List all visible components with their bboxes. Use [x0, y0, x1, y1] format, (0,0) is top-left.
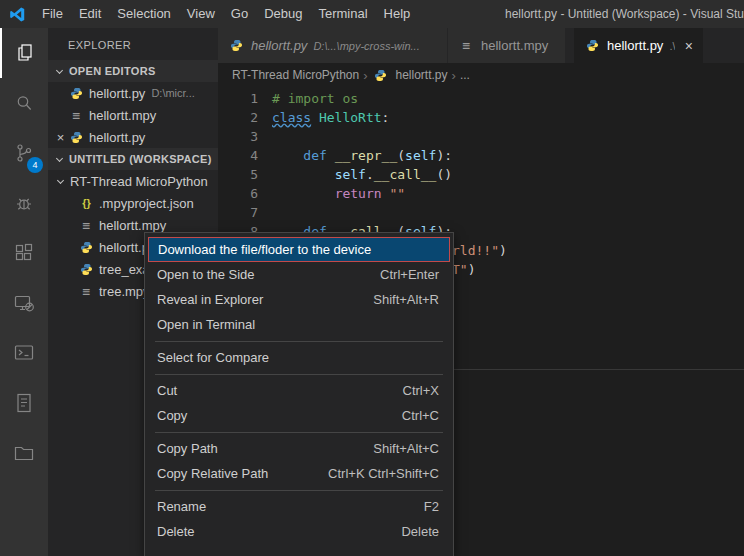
device-monitor-icon[interactable] — [0, 278, 48, 328]
file-name: hellortt.mpy — [99, 218, 166, 233]
context-menu-item[interactable]: Select for Compare — [145, 345, 453, 370]
python-file-icon — [78, 263, 95, 276]
folder-icon[interactable] — [0, 428, 48, 478]
context-menu-item[interactable]: Copy PathShift+Alt+C — [145, 436, 453, 461]
breadcrumb: RT-Thread MicroPython›hellortt.py›... — [218, 63, 744, 87]
context-menu-item[interactable]: RenameF2 — [145, 494, 453, 519]
menu-item-label: Copy — [157, 408, 187, 423]
code-line[interactable]: 3 — [218, 127, 744, 146]
breadcrumb-separator-icon: › — [448, 68, 460, 83]
menubar-item-file[interactable]: File — [34, 0, 71, 28]
code-line[interactable]: 4 def __repr__(self): — [218, 146, 744, 165]
title-bar: FileEditSelectionViewGoDebugTerminalHelp… — [0, 0, 744, 28]
code-line[interactable]: 2class HelloRtt: — [218, 108, 744, 127]
code-text: # import os — [258, 89, 358, 108]
open-editor-item[interactable]: ×hellortt.py — [48, 126, 218, 148]
menu-item-label: Download the file/floder to the device — [158, 242, 371, 257]
output-document-icon[interactable] — [0, 378, 48, 428]
source-control-icon[interactable]: 4 — [0, 128, 48, 178]
editor-tab[interactable]: ≡hellortt.mpy — [448, 28, 566, 63]
terminal-panel-icon[interactable] — [0, 328, 48, 378]
window-title: hellortt.py - Untitled (Workspace) - Vis… — [497, 7, 744, 21]
code-line[interactable]: 7 — [218, 203, 744, 222]
menu-item-shortcut: Ctrl+C — [402, 408, 439, 423]
extensions-icon[interactable] — [0, 228, 48, 278]
tab-close-icon[interactable]: × — [685, 38, 693, 54]
context-menu-item[interactable]: Open in Terminal — [145, 312, 453, 337]
menubar-item-help[interactable]: Help — [376, 0, 419, 28]
breadcrumb-label: ... — [460, 68, 470, 82]
context-menu-separator — [155, 490, 443, 491]
debug-icon[interactable] — [0, 178, 48, 228]
python-file-icon — [228, 39, 245, 52]
breadcrumb-label: RT-Thread MicroPython — [232, 68, 359, 82]
tab-label: hellortt.mpy — [481, 38, 548, 53]
code-text: class HelloRtt: — [258, 108, 389, 127]
code-line[interactable]: 6 return "" — [218, 184, 744, 203]
code-line[interactable]: 1# import os — [218, 89, 744, 108]
tab-bar: hellortt.pyD:\...\mpy-cross-win...≡hello… — [218, 28, 744, 63]
file-name: hellortt.mpy — [89, 108, 156, 123]
workspace-header[interactable]: UNTITLED (WORKSPACE) — [48, 148, 218, 170]
menubar-item-edit[interactable]: Edit — [71, 0, 109, 28]
python-file-icon — [584, 39, 601, 52]
chevron-down-icon — [57, 176, 64, 183]
menu-item-label: Open to the Side — [157, 267, 255, 282]
search-icon[interactable] — [0, 78, 48, 128]
python-file-icon — [78, 241, 95, 254]
context-menu-item[interactable]: DeleteDelete — [145, 519, 453, 544]
vscode-logo-icon — [9, 6, 26, 23]
context-menu-separator — [155, 341, 443, 342]
line-number: 2 — [218, 108, 258, 127]
menubar-item-terminal[interactable]: Terminal — [310, 0, 375, 28]
context-menu-item[interactable]: Copy Relative PathCtrl+K Ctrl+Shift+C — [145, 461, 453, 486]
file-name: hellortt.py — [89, 130, 145, 145]
breadcrumb-item[interactable]: RT-Thread MicroPython — [232, 68, 359, 82]
context-menu-item[interactable]: CutCtrl+X — [145, 378, 453, 403]
breadcrumb-separator-icon: › — [359, 68, 371, 83]
folder-rt-thread-micropython[interactable]: RT-Thread MicroPython — [48, 170, 218, 192]
breadcrumb-item[interactable]: hellortt.py — [372, 68, 448, 82]
menubar-item-selection[interactable]: Selection — [109, 0, 178, 28]
code-text — [258, 127, 272, 146]
close-icon[interactable]: × — [53, 130, 68, 145]
tree-item[interactable]: {}.mpyproject.json — [48, 192, 218, 214]
open-editor-item[interactable]: hellortt.pyD:\micr... — [48, 82, 218, 104]
line-number: 4 — [218, 146, 258, 165]
menu-item-label: Copy Relative Path — [157, 466, 268, 481]
python-file-icon — [68, 87, 85, 100]
line-number: 6 — [218, 184, 258, 203]
menubar-item-view[interactable]: View — [179, 0, 223, 28]
menu-item-label: Cut — [157, 383, 177, 398]
open-editors-header[interactable]: OPEN EDITORS — [48, 60, 218, 82]
mpy-file-icon: ≡ — [458, 38, 475, 53]
context-menu-item[interactable]: Open to the SideCtrl+Enter — [145, 262, 453, 287]
menu-item-shortcut: Delete — [401, 524, 439, 539]
menu-item-label: Delete — [157, 524, 195, 539]
context-menu-item[interactable]: Download the file/floder to the device — [148, 237, 450, 262]
line-number: 1 — [218, 89, 258, 108]
menu-item-shortcut: F2 — [424, 499, 439, 514]
menu-item-shortcut: Shift+Alt+C — [373, 441, 439, 456]
editor-tab[interactable]: hellortt.pyD:\...\mpy-cross-win... — [218, 28, 448, 63]
context-menu-separator — [155, 374, 443, 375]
context-menu-item[interactable]: Reveal in ExplorerShift+Alt+R — [145, 287, 453, 312]
explorer-icon[interactable] — [0, 28, 48, 78]
breadcrumb-item[interactable]: ... — [460, 68, 470, 82]
line-number: 7 — [218, 203, 258, 222]
menubar-item-debug[interactable]: Debug — [256, 0, 310, 28]
menu-item-shortcut: Shift+Alt+R — [373, 292, 439, 307]
tab-label: hellortt.py — [251, 38, 307, 53]
code-line[interactable]: 5 self.__call__() — [218, 165, 744, 184]
open-editor-item[interactable]: ≡hellortt.mpy — [48, 104, 218, 126]
python-file-icon — [68, 131, 85, 144]
menu-item-label: Rename — [157, 499, 206, 514]
menubar-item-go[interactable]: Go — [223, 0, 256, 28]
menu-item-shortcut: Ctrl+X — [403, 383, 439, 398]
line-number: 5 — [218, 165, 258, 184]
tab-label: hellortt.py — [607, 38, 663, 53]
context-menu-item[interactable]: CopyCtrl+C — [145, 403, 453, 428]
menu-bar: FileEditSelectionViewGoDebugTerminalHelp — [34, 0, 418, 28]
tab-description: D:\...\mpy-cross-win... — [313, 40, 419, 52]
editor-tab[interactable]: hellortt.py.\× — [574, 28, 704, 63]
